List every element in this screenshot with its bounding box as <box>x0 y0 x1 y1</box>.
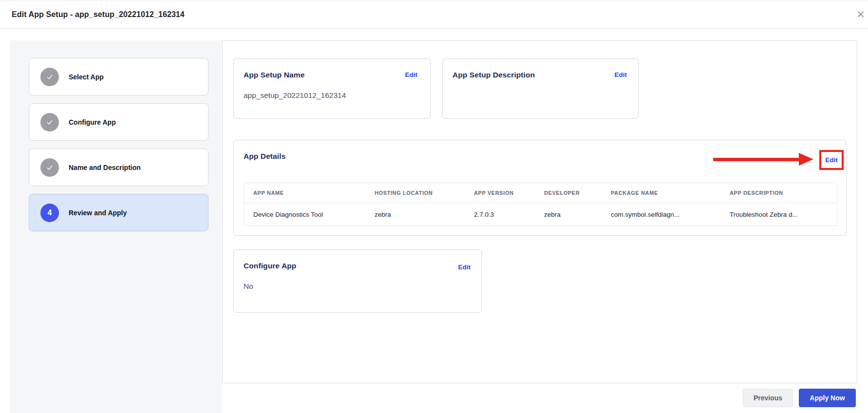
app-setup-description-card: App Setup Description Edit <box>442 58 639 119</box>
column-header-app-name: APP NAME <box>244 183 365 203</box>
app-details-card: App Details Edit APP NAME HOSTING LOCATI… <box>233 140 847 236</box>
dialog-title: Edit App Setup - app_setup_20221012_1623… <box>12 0 185 29</box>
column-header-package-name: PACKAGE NAME <box>602 183 720 203</box>
card-title: Configure App <box>244 262 296 270</box>
edit-app-details-button[interactable]: Edit <box>825 156 838 164</box>
configure-app-value: No <box>244 282 253 291</box>
app-setup-name-value: app_setup_20221012_162314 <box>244 91 346 100</box>
check-icon <box>40 113 59 131</box>
wizard-stepper-sidebar: Select App Configure App Name and Descri… <box>10 40 222 413</box>
configure-app-card: Configure App Edit No <box>233 249 482 313</box>
edit-app-setup-name-button[interactable]: Edit <box>405 71 418 78</box>
app-details-table: APP NAME HOSTING LOCATION APP VERSION DE… <box>244 183 837 226</box>
step-label: Configure App <box>69 104 116 141</box>
cell-developer: zebra <box>535 203 602 225</box>
table-row: Device Diagnostics Tool zebra 2.7.0.3 ze… <box>244 203 837 225</box>
check-icon <box>40 158 59 177</box>
check-icon <box>40 68 59 86</box>
review-panel: App Setup Name Edit app_setup_20221012_1… <box>222 40 857 383</box>
app-setup-name-card: App Setup Name Edit app_setup_20221012_1… <box>233 58 431 119</box>
column-header-app-version: APP VERSION <box>465 183 535 203</box>
step-select-app[interactable]: Select App <box>29 58 208 95</box>
cell-app-description: Troubleshoot Zebra d... <box>720 203 837 225</box>
close-button[interactable]: ✕ <box>853 7 868 22</box>
step-configure-app[interactable]: Configure App <box>29 103 208 141</box>
column-header-developer: DEVELOPER <box>535 183 602 203</box>
close-icon: ✕ <box>856 9 865 20</box>
dialog-header: Edit App Setup - app_setup_20221012_1623… <box>0 0 868 29</box>
column-header-hosting-location: HOSTING LOCATION <box>365 183 465 203</box>
step-review-and-apply[interactable]: 4 Review and Apply <box>29 194 208 231</box>
annotation-highlight-box: Edit <box>819 150 844 170</box>
apply-now-button[interactable]: Apply Now <box>799 389 856 407</box>
cell-app-version: 2.7.0.3 <box>465 203 535 225</box>
cell-package-name: com.symbol.selfdiagn... <box>602 203 720 225</box>
step-name-and-description[interactable]: Name and Description <box>29 149 208 186</box>
step-number: 4 <box>48 208 52 217</box>
red-arrow-head-icon <box>799 153 813 166</box>
table-header-row: APP NAME HOSTING LOCATION APP VERSION DE… <box>244 183 837 203</box>
step-label: Review and Apply <box>69 194 127 231</box>
cell-app-name: Device Diagnostics Tool <box>244 203 365 225</box>
card-title: App Setup Name <box>244 71 304 79</box>
red-arrow-line <box>713 158 799 161</box>
card-title: App Details <box>244 152 285 161</box>
previous-button[interactable]: Previous <box>743 389 793 407</box>
step-number-badge: 4 <box>40 204 59 222</box>
edit-configure-app-button[interactable]: Edit <box>458 263 471 271</box>
step-label: Select App <box>69 58 104 95</box>
step-label: Name and Description <box>69 149 141 186</box>
card-title: App Setup Description <box>453 71 535 79</box>
column-header-app-description: APP DESCRIPTION <box>720 183 837 203</box>
cell-hosting-location: zebra <box>365 203 465 225</box>
edit-app-setup-dialog: Edit App Setup - app_setup_20221012_1623… <box>0 0 868 413</box>
edit-app-setup-description-button[interactable]: Edit <box>615 71 627 78</box>
